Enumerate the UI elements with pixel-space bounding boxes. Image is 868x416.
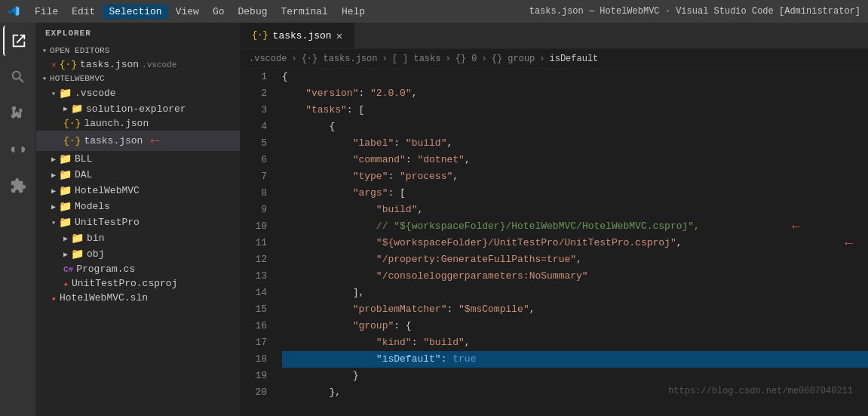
models-folder-icon: 📁	[59, 200, 72, 213]
dal-folder[interactable]: ▶ 📁 DAL	[36, 167, 240, 183]
ln-16: 16	[240, 318, 267, 334]
obj-folder[interactable]: ▶ 📁 obj	[36, 246, 240, 262]
code-editor[interactable]: 1 2 3 4 5 6 7 8 9 10 11 12 13 14 15 16 1…	[240, 69, 868, 416]
extensions-icon[interactable]	[3, 171, 33, 201]
breadcrumb-0: {} 0	[455, 54, 477, 64]
ln-5: 5	[240, 135, 267, 152]
menu-view[interactable]: View	[170, 5, 205, 19]
code-line-13: "/consoleloggerparameters:NoSummary"	[282, 268, 868, 285]
unittestpro-label: UnitTestPro	[75, 217, 140, 228]
code-line-7: "type": "process",	[282, 168, 868, 185]
menu-debug[interactable]: Debug	[232, 5, 273, 19]
folder-icon: 📁	[59, 87, 72, 100]
vscode-logo-icon	[8, 5, 20, 17]
code-line-14: ],	[282, 285, 868, 301]
launch-json-icon: {·}	[63, 118, 81, 129]
ln-4: 4	[240, 119, 267, 135]
code-line-19: }	[282, 368, 868, 384]
hotel-folder-icon: 📁	[59, 184, 72, 197]
vscode-folder[interactable]: ▾ 📁 .vscode	[36, 85, 240, 101]
sol-exp-chevron: ▶	[63, 104, 68, 113]
open-file-tasks-json[interactable]: ✕ {·} tasks.json .vscode	[36, 57, 240, 72]
obj-chevron: ▶	[63, 250, 68, 259]
editor-area: {·} tasks.json ✕ .vscode › {·} tasks.jso…	[240, 23, 868, 416]
open-editors-section[interactable]: ▾ OPEN EDITORS	[36, 44, 240, 57]
ln-18: 18	[240, 351, 267, 368]
bin-folder[interactable]: ▶ 📁 bin	[36, 230, 240, 246]
arrow-line11: ←	[845, 235, 853, 251]
open-editors-label: OPEN EDITORS	[50, 46, 109, 55]
breadcrumb-vscode: .vscode	[249, 54, 287, 64]
titlebar: File Edit Selection View Go Debug Termin…	[0, 0, 868, 23]
bin-label: bin	[87, 233, 104, 244]
models-label: Models	[75, 201, 110, 212]
ln-1: 1	[240, 69, 267, 85]
program-cs-file[interactable]: C# Program.cs	[36, 262, 240, 276]
hotel-chevron: ▶	[51, 186, 56, 196]
menu-go[interactable]: Go	[207, 5, 231, 19]
search-icon[interactable]	[3, 62, 33, 92]
bin-chevron: ▶	[63, 234, 68, 243]
breadcrumb-tasks-json: {·} tasks.json	[302, 54, 378, 64]
tasks-json-tab[interactable]: {·} tasks.json ✕	[240, 23, 354, 48]
bll-label: BLL	[75, 153, 92, 165]
tab-close-button[interactable]: ✕	[336, 29, 342, 42]
source-control-icon[interactable]	[3, 98, 33, 128]
vscode-folder-label: .vscode	[75, 88, 116, 99]
code-line-20: },	[282, 384, 868, 401]
unittestpro-folder[interactable]: ▾ 📁 UnitTestPro	[36, 214, 240, 230]
menu-file[interactable]: File	[29, 5, 64, 19]
unit-chevron: ▾	[51, 218, 56, 227]
project-name: HOTELWEBMVC	[50, 74, 105, 83]
code-line-8: "args": [	[282, 185, 868, 202]
menu-edit[interactable]: Edit	[66, 5, 101, 19]
unittestpro-csproj-label: UnitTestPro.csproj	[72, 278, 177, 289]
bll-folder-icon: 📁	[59, 153, 72, 165]
titlebar-left: File Edit Selection View Go Debug Termin…	[8, 5, 371, 19]
ln-7: 7	[240, 168, 267, 185]
ln-12: 12	[240, 251, 267, 268]
code-line-12: "/property:GenerateFullPaths=true",	[282, 251, 868, 268]
explorer-icon[interactable]	[3, 26, 33, 56]
sln-icon: ⬥	[51, 294, 57, 303]
solution-explorer-label: solution-explorer	[86, 103, 186, 115]
code-line-5: "label": "build",	[282, 135, 868, 152]
launch-json-file[interactable]: {·} launch.json	[36, 116, 240, 131]
program-cs-label: Program.cs	[76, 263, 135, 275]
hotelwebmvc-sln-file[interactable]: ⬥ HotelWebMVC.sln	[36, 291, 240, 305]
menu-terminal[interactable]: Terminal	[275, 5, 334, 19]
tab-bar: {·} tasks.json ✕	[240, 23, 868, 49]
cs-icon: C#	[63, 265, 73, 274]
code-line-11: "${workspaceFolder}/UnitTestPro/UnitTest…	[282, 235, 868, 251]
tasks-json-label: tasks.json	[84, 135, 143, 146]
ln-6: 6	[240, 152, 267, 168]
hotelwebmvc-folder[interactable]: ▶ 📁 HotelWebMVC	[36, 183, 240, 199]
menu-selection[interactable]: Selection	[103, 5, 167, 19]
breadcrumb-isdefault: isDefault	[550, 54, 599, 64]
sidebar: EXPLORER ▾ OPEN EDITORS ✕ {·} tasks.json…	[36, 23, 240, 416]
csproj-icon: ⬥	[63, 279, 69, 288]
solution-explorer-folder[interactable]: ▶ 📁 solution-explorer	[36, 101, 240, 116]
tasks-json-icon: {·}	[63, 135, 81, 146]
ln-14: 14	[240, 285, 267, 301]
ln-9: 9	[240, 202, 267, 218]
code-content[interactable]: { "version": "2.0.0", "tasks": [ {	[276, 69, 868, 416]
ln-10: 10	[240, 218, 267, 235]
models-folder[interactable]: ▶ 📁 Models	[36, 199, 240, 214]
bll-folder[interactable]: ▶ 📁 BLL	[36, 151, 240, 167]
project-section[interactable]: ▾ HOTELWEBMVC	[36, 72, 240, 85]
menu-help[interactable]: Help	[336, 5, 371, 19]
tasks-json-file[interactable]: {·} tasks.json ←	[36, 131, 240, 151]
tab-label: tasks.json	[273, 30, 332, 42]
dal-folder-icon: 📁	[59, 168, 72, 181]
close-icon[interactable]: ✕	[51, 60, 57, 69]
bin-folder-icon: 📁	[71, 232, 84, 245]
unittestpro-csproj-file[interactable]: ⬥ UnitTestPro.csproj	[36, 276, 240, 291]
activity-bar	[0, 23, 36, 416]
code-line-1: {	[282, 69, 868, 85]
tasks-json-arrow: ←	[150, 132, 159, 149]
code-line-6: "command": "dotnet",	[282, 152, 868, 168]
ln-8: 8	[240, 185, 267, 202]
debug-icon[interactable]	[3, 134, 33, 165]
vscode-chevron: ▾	[51, 89, 56, 98]
